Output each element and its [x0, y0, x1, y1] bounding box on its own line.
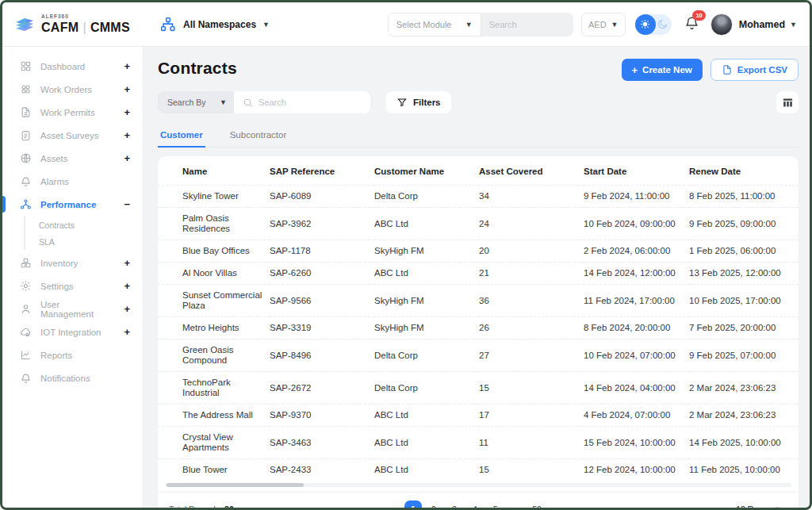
total-records: Total Records: 80	[169, 504, 385, 508]
tab-customer[interactable]: Customer	[158, 126, 205, 148]
table-row[interactable]: Green Oasis CompoundSAP-8496Delta Corp27…	[158, 339, 799, 372]
sidebar-item-alarms[interactable]: Alarms	[2, 170, 143, 193]
brand-main: CAFM | CMMS	[41, 21, 130, 34]
expand-plus-icon[interactable]: +	[124, 60, 130, 72]
app-window: ALEF360 CAFM | CMMS All Namespaces ▼	[0, 0, 812, 510]
sidebar-item-work-orders[interactable]: Work Orders+	[2, 78, 143, 101]
module-select[interactable]: Select Module ▼	[388, 13, 481, 36]
table-cell: 9 Feb 2024, 11:00:00	[584, 186, 689, 208]
table-cell: 8 Feb 2024, 20:00:00	[584, 317, 689, 339]
expand-plus-icon[interactable]: +	[124, 257, 130, 269]
sidebar-item-performance[interactable]: Performance−	[2, 193, 143, 216]
table-cell: SkyHigh FM	[374, 240, 479, 263]
horizontal-scrollbar[interactable]	[165, 483, 791, 487]
sidebar-item-contracts[interactable]: Contracts	[25, 217, 143, 233]
namespace-label: All Namespaces	[183, 19, 256, 30]
table-cell: The Address Mall	[158, 405, 270, 427]
table-row[interactable]: Blue Bay OfficesSAP-1178SkyHigh FM202 Fe…	[158, 240, 799, 263]
table-cell: Blue Tower	[158, 459, 270, 481]
collapse-minus-icon[interactable]: −	[124, 198, 130, 210]
table-row[interactable]: Sunset Commercial PlazaSAP-9566SkyHigh F…	[158, 285, 799, 317]
chevron-down-icon: ▼	[220, 98, 227, 106]
expand-plus-icon[interactable]: +	[124, 326, 130, 338]
table-search-input[interactable]: Search	[234, 91, 370, 113]
currency-select[interactable]: AED ▼	[581, 13, 626, 36]
sidebar-item-assets[interactable]: Assets+	[2, 147, 143, 170]
expand-plus-icon[interactable]: +	[124, 106, 130, 118]
search-icon	[243, 98, 253, 108]
sidebar-item-sla[interactable]: SLA	[25, 233, 143, 250]
table-cell: 13 Feb 2025, 12:00:00	[689, 263, 799, 285]
sidebar-item-inventory[interactable]: Inventory+	[2, 251, 143, 274]
page-button-4[interactable]: 4	[466, 500, 484, 508]
table-row[interactable]: TechnoPark IndustrialSAP-2672Delta Corp1…	[158, 372, 799, 405]
page-button-50[interactable]: 50	[528, 500, 546, 508]
table-row[interactable]: Crystal View ApartmentsSAP-3463ABC Ltd11…	[158, 427, 799, 459]
table-cell: 11 Feb 2024, 17:00:00	[584, 285, 689, 317]
user-menu[interactable]: Mohamed ▼	[739, 19, 797, 30]
table-cell: Skyline Tower	[158, 186, 270, 208]
chevron-down-icon: ▼	[774, 505, 781, 508]
table-row[interactable]: Blue TowerSAP-2433ABC Ltd1512 Feb 2024, …	[158, 459, 799, 481]
table-row[interactable]: The Address MallSAP-9370ABC Ltd174 Feb 2…	[158, 405, 799, 427]
work-permits-icon	[20, 106, 32, 118]
create-new-button[interactable]: + Create New	[622, 59, 703, 81]
contract-type-tabs: Customer Subcontractor	[158, 126, 799, 148]
tab-subcontractor[interactable]: Subcontractor	[228, 126, 289, 147]
table-row[interactable]: Al Noor VillasSAP-6260ABC Ltd2114 Feb 20…	[158, 263, 799, 285]
table-cell: ABC Ltd	[374, 459, 479, 481]
filters-button[interactable]: Filters	[386, 91, 451, 113]
sidebar-item-label: Work Permits	[40, 108, 115, 117]
app-logo[interactable]: ALEF360 CAFM | CMMS	[13, 14, 132, 34]
page-button-1[interactable]: 1	[404, 500, 422, 508]
sidebar-item-asset-surveys[interactable]: Asset Surveys+	[2, 124, 143, 147]
page-button-3[interactable]: 3	[446, 500, 463, 508]
page-button-5[interactable]: 5	[487, 500, 504, 508]
next-page-button[interactable]: ›	[549, 501, 565, 508]
table-cell: SkyHigh FM	[374, 317, 479, 339]
sidebar-item-notifications[interactable]: Notifications	[2, 366, 143, 389]
global-search-input[interactable]: Search	[481, 13, 573, 36]
namespace-selector[interactable]: All Namespaces ▼	[159, 16, 270, 33]
column-header-name: Name	[158, 156, 270, 186]
notifications-button[interactable]: 10	[684, 15, 699, 33]
sidebar-item-label: Work Orders	[40, 85, 115, 94]
sidebar-item-dashboard[interactable]: Dashboard+	[2, 55, 143, 78]
column-header-asset-covered: Asset Covered	[479, 156, 584, 186]
expand-plus-icon[interactable]: +	[124, 152, 130, 164]
notifications-icon	[20, 372, 32, 384]
export-csv-button[interactable]: Export CSV	[710, 59, 799, 81]
scrollbar-thumb[interactable]	[167, 483, 304, 487]
expand-plus-icon[interactable]: +	[124, 83, 130, 95]
table-cell: SAP-8496	[270, 339, 374, 372]
table-cell: 36	[479, 285, 584, 317]
table-row[interactable]: Palm Oasis ResidencesSAP-3962ABC Ltd2410…	[158, 208, 799, 240]
table-cell: 2 Mar 2024, 23:06:23	[689, 372, 799, 405]
table-cell: 14 Feb 2025, 10:00:00	[689, 427, 799, 459]
rows-per-page-select[interactable]: 10 Rows ▼	[565, 504, 781, 508]
dashboard-icon	[20, 60, 32, 72]
search-by-select[interactable]: Search By ▼	[158, 91, 234, 113]
prev-page-button[interactable]: ‹	[385, 501, 401, 508]
column-settings-button[interactable]	[776, 91, 799, 113]
sidebar-item-work-permits[interactable]: Work Permits+	[2, 101, 143, 124]
theme-toggle[interactable]	[635, 14, 672, 35]
sidebar-item-settings[interactable]: Settings+	[2, 274, 143, 297]
hierarchy-icon	[159, 16, 177, 33]
sidebar-item-iot-integration[interactable]: IOT Integration+	[2, 320, 143, 343]
table-row[interactable]: Skyline TowerSAP-6089Delta Corp349 Feb 2…	[158, 186, 799, 208]
sidebar-item-label: Dashboard	[40, 62, 115, 71]
expand-plus-icon[interactable]: +	[124, 303, 130, 315]
table-cell: 26	[479, 317, 584, 339]
table-cell: 2 Feb 2024, 06:00:00	[584, 240, 689, 263]
user-avatar[interactable]	[710, 13, 733, 36]
page-button-2[interactable]: 2	[425, 500, 442, 508]
table-footer: Total Records: 80 ‹ 12345...50 › 10 Rows…	[158, 492, 799, 508]
expand-plus-icon[interactable]: +	[124, 129, 130, 141]
sidebar-submenu: ContractsSLA	[24, 217, 143, 250]
table-row[interactable]: Metro HeightsSAP-3319SkyHigh FM268 Feb 2…	[158, 317, 799, 339]
table-cell: 8 Feb 2025, 11:00:00	[689, 186, 799, 208]
sidebar-item-user-management[interactable]: User Management+	[2, 297, 143, 320]
sidebar-item-reports[interactable]: Reports	[2, 343, 143, 366]
expand-plus-icon[interactable]: +	[124, 280, 130, 292]
